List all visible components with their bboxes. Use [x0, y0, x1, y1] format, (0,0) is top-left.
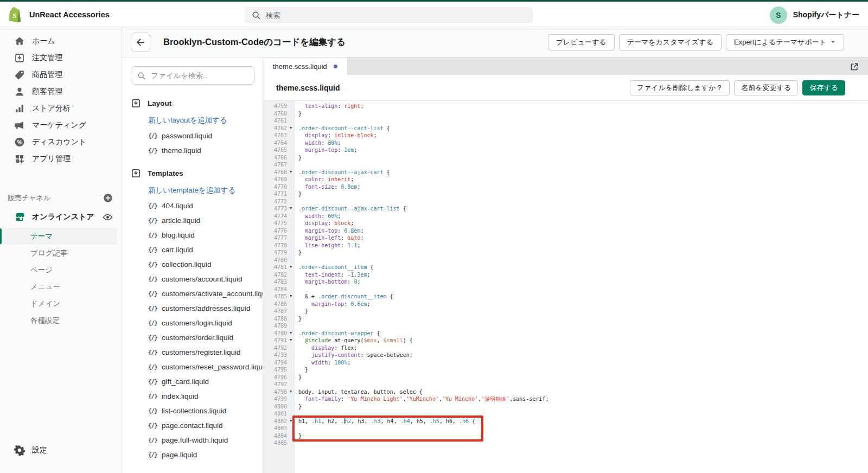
- sidebar-item-orders[interactable]: 注文管理: [0, 49, 122, 66]
- fold-arrow-icon[interactable]: ▼: [287, 125, 295, 132]
- code-line[interactable]: 4769 color: inherit;: [263, 176, 868, 183]
- file-item[interactable]: {/}page.liquid: [148, 451, 263, 459]
- file-item[interactable]: {/}index.liquid: [148, 392, 263, 400]
- sidebar-subitem-preferences[interactable]: 各種設定: [4, 312, 117, 329]
- sidebar-item-online-store[interactable]: オンラインストア: [0, 208, 122, 226]
- code-line[interactable]: 4759 text-align: right;: [263, 103, 868, 110]
- back-button[interactable]: [131, 33, 150, 52]
- code-line[interactable]: 4786 margin-top: 0.6em;: [263, 301, 868, 308]
- preview-button[interactable]: プレビューする: [548, 34, 615, 50]
- code-line[interactable]: 4794 width: 100%;: [263, 359, 868, 367]
- sidebar-item-customers[interactable]: 顧客管理: [0, 83, 122, 100]
- add-channel-icon[interactable]: [103, 193, 113, 203]
- sidebar-item-analytics[interactable]: ストア分析: [0, 100, 122, 117]
- sidebar-subitem-blog-posts[interactable]: ブログ記事: [4, 245, 117, 261]
- file-search-input[interactable]: [151, 72, 248, 80]
- file-search[interactable]: [131, 66, 254, 85]
- delete-file-button[interactable]: ファイルを削除しますか？: [630, 80, 730, 95]
- code-line[interactable]: 4772: [263, 198, 868, 206]
- fold-arrow-icon[interactable]: ▼: [287, 169, 295, 176]
- file-item[interactable]: {/}password.liquid: [148, 132, 263, 140]
- code-line[interactable]: 4779}: [263, 249, 868, 257]
- file-item[interactable]: {/}gift_card.liquid: [148, 378, 263, 386]
- file-section-templates[interactable]: Templates: [131, 168, 263, 178]
- file-item[interactable]: {/}collection.liquid: [148, 260, 263, 269]
- code-line[interactable]: 4768▼.order-discount--ajax-cart {: [263, 169, 868, 176]
- fold-arrow-icon[interactable]: ▼: [287, 330, 295, 337]
- code-line[interactable]: 4785▼ & + .order-discount__item {: [263, 293, 868, 301]
- file-item[interactable]: {/}customers/order.liquid: [148, 334, 263, 342]
- view-store-eye-icon[interactable]: [103, 212, 113, 222]
- code-area[interactable]: 4759 text-align: right;4760}47614762▼.or…: [263, 101, 868, 473]
- code-line[interactable]: 4775 display: block;: [263, 220, 868, 227]
- fold-arrow-icon[interactable]: ▼: [287, 264, 295, 271]
- code-line[interactable]: 4796}: [263, 374, 868, 381]
- file-item[interactable]: {/}page.contact.liquid: [148, 421, 263, 430]
- save-button[interactable]: 保存する: [802, 80, 845, 95]
- code-line[interactable]: 4797: [263, 381, 868, 388]
- file-item[interactable]: {/}customers/addresses.liquid: [148, 304, 263, 312]
- brand[interactable]: S UnReact Accessories: [9, 7, 110, 22]
- user-menu[interactable]: S Shopifyパートナー: [770, 7, 859, 24]
- expert-support-button[interactable]: Expertによるテーマサポート: [726, 34, 844, 50]
- code-line[interactable]: 4760}: [263, 110, 868, 118]
- code-line[interactable]: 4792 display: flex;: [263, 344, 868, 352]
- fold-arrow-icon[interactable]: ▼: [287, 388, 295, 396]
- file-item[interactable]: {/}blog.liquid: [148, 231, 263, 239]
- code-line[interactable]: 4789: [263, 322, 868, 330]
- code-line[interactable]: 4805: [263, 439, 868, 447]
- code-line[interactable]: 4799 font-family: 'Yu Mincho Light','YuM…: [263, 395, 868, 403]
- customize-theme-button[interactable]: テーマをカスタマイズする: [619, 34, 722, 50]
- add-file-link[interactable]: 新しいlayoutを追加する: [148, 116, 263, 125]
- file-item[interactable]: {/}customers/reset_password.liquid: [148, 363, 263, 371]
- expand-editor-icon[interactable]: [847, 60, 860, 73]
- file-section-layout[interactable]: Layout: [131, 98, 263, 108]
- file-item[interactable]: {/}customers/account.liquid: [148, 275, 263, 283]
- code-line[interactable]: 4764 width: 80%;: [263, 139, 868, 147]
- code-line[interactable]: 4795 }: [263, 366, 868, 374]
- code-line[interactable]: 4780: [263, 257, 868, 264]
- sidebar-item-home[interactable]: ホーム: [0, 33, 122, 49]
- sidebar-subitem-pages[interactable]: ページ: [4, 261, 117, 278]
- code-line[interactable]: 4776 margin-top: 0.8em;: [263, 227, 868, 235]
- code-line[interactable]: 4763 display: inline-block;: [263, 132, 868, 139]
- code-line[interactable]: 4773▼.order-discount--ajax-cart-list {: [263, 205, 868, 213]
- code-line[interactable]: 4803: [263, 425, 868, 432]
- fold-arrow-icon[interactable]: ▼: [287, 293, 295, 301]
- fold-arrow-icon[interactable]: ▼: [287, 205, 295, 213]
- code-line[interactable]: 4761: [263, 117, 868, 125]
- code-line[interactable]: 4798▼body, input, textarea, button, sele…: [263, 388, 868, 396]
- code-line[interactable]: 4790▼.order-discount-wrapper {: [263, 330, 868, 337]
- fold-arrow-icon[interactable]: ▼: [287, 418, 295, 425]
- file-item[interactable]: {/}cart.liquid: [148, 246, 263, 254]
- code-line[interactable]: 4767: [263, 161, 868, 169]
- code-line[interactable]: 4784: [263, 286, 868, 293]
- code-line[interactable]: 4771}: [263, 190, 868, 198]
- code-line[interactable]: 4765 margin-top: 1em;: [263, 146, 868, 154]
- code-line[interactable]: 4788}: [263, 315, 868, 323]
- code-line[interactable]: 4793 justify-content: space-between;: [263, 351, 868, 359]
- code-line[interactable]: 4778 line-height: 1.1;: [263, 242, 868, 250]
- code-line[interactable]: 4801: [263, 410, 868, 418]
- code-line[interactable]: 4777 margin-left: auto;: [263, 234, 868, 242]
- file-item[interactable]: {/}page.full-width.liquid: [148, 436, 263, 444]
- sidebar-item-apps[interactable]: アプリ管理: [0, 150, 122, 167]
- sidebar-subitem-menus[interactable]: メニュー: [4, 278, 117, 295]
- code-line[interactable]: 4800}: [263, 403, 868, 411]
- sidebar-subitem-domains[interactable]: ドメイン: [4, 295, 117, 312]
- code-line[interactable]: 4787 }: [263, 308, 868, 315]
- rename-file-button[interactable]: 名前を変更する: [734, 80, 798, 95]
- code-line[interactable]: 4804}: [263, 432, 868, 440]
- code-line[interactable]: 4783 margin-bottom: 0;: [263, 278, 868, 286]
- code-line[interactable]: 4770 font-size: 0.9em;: [263, 183, 868, 191]
- sidebar-item-marketing[interactable]: マーケティング: [0, 117, 122, 133]
- code-line[interactable]: 4782 text-indent: -1.3em;: [263, 271, 868, 279]
- sidebar-subitem-themes[interactable]: テーマ: [4, 228, 117, 245]
- file-item[interactable]: {/}404.liquid: [148, 202, 263, 210]
- file-item[interactable]: {/}customers/activate_account.liquid: [148, 290, 263, 298]
- code-line[interactable]: 4762▼.order-discount--cart-list {: [263, 125, 868, 132]
- file-item[interactable]: {/}list-collections.liquid: [148, 407, 263, 415]
- code-line[interactable]: 4774 width: 60%;: [263, 213, 868, 220]
- sidebar-item-products[interactable]: 商品管理: [0, 66, 122, 83]
- file-item[interactable]: {/}customers/register.liquid: [148, 348, 263, 356]
